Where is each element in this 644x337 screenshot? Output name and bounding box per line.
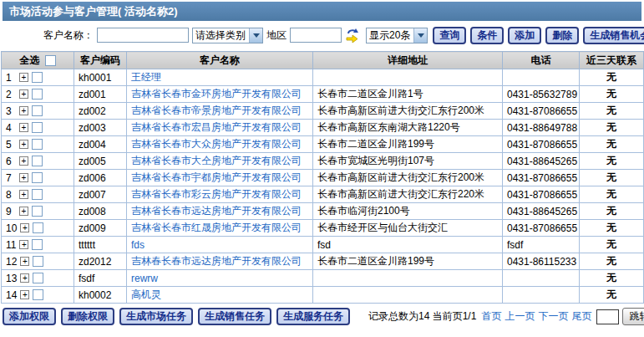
search-action-button[interactable]: 条件 — [470, 27, 504, 44]
recent-contact-status: 无 — [580, 170, 644, 186]
expand-icon[interactable]: + — [20, 257, 29, 266]
customer-phone — [503, 69, 580, 86]
row-checkbox[interactable] — [32, 139, 43, 150]
customer-name-link[interactable]: 吉林省长春市彩云房地产开发有限公司 — [131, 188, 302, 200]
expand-icon[interactable]: + — [19, 156, 28, 166]
category-select-value: 请选择类别 — [195, 28, 246, 43]
recent-contact-status: 无 — [580, 186, 644, 203]
customer-address: 长春市二道区金川路199号 — [313, 136, 503, 153]
row-number: 4 — [6, 122, 16, 134]
pagination-link[interactable]: 尾页 — [571, 309, 591, 324]
recent-contact-status: 无 — [580, 153, 644, 170]
customer-phone: fsdf — [503, 237, 580, 253]
table-row: 10 + zd009 吉林省长春市红晟房地产开发有限公司 长春市经开区与仙台大街… — [2, 220, 644, 237]
expand-icon[interactable]: + — [19, 207, 28, 216]
recent-contact-status: 无 — [580, 203, 644, 220]
row-number: 11 — [6, 239, 16, 251]
page-number-input[interactable] — [596, 309, 619, 324]
row-checkbox[interactable] — [33, 289, 43, 300]
customer-name-link[interactable]: 吉林省长春市红晟房地产开发有限公司 — [131, 222, 302, 233]
search-action-button[interactable]: 生成销售机会 — [583, 27, 644, 44]
customer-code: zd001 — [74, 86, 127, 103]
jump-button[interactable]: 跳转 — [622, 308, 644, 325]
search-action-button[interactable]: 删除 — [545, 27, 579, 44]
show-count-select-value: 显示20条 — [369, 28, 410, 43]
pagination-link[interactable]: 上一页 — [505, 309, 535, 324]
table-row: 7 + zd006 吉林省长春市宇都房地产开发有限公司 长春市高新区前进大街交汇… — [2, 170, 644, 186]
customer-name-label: 客户名称： — [43, 28, 94, 43]
chevron-down-icon — [249, 28, 262, 43]
region-input[interactable] — [290, 28, 342, 43]
customer-phone: 0431-88649788 — [503, 120, 580, 136]
expand-icon[interactable]: + — [19, 173, 28, 182]
row-checkbox[interactable] — [32, 239, 43, 250]
table-row: 1 + kh0001 王经理 无 — [2, 69, 644, 86]
footer-action-button[interactable]: 删除权限 — [61, 308, 114, 325]
expand-icon[interactable]: + — [19, 123, 28, 132]
customer-name-link[interactable]: 吉林省长春市大众房地产开发有限公司 — [131, 138, 302, 150]
customer-phone: 0431-88645265 — [503, 203, 580, 220]
region-picker-icon[interactable] — [345, 28, 359, 43]
customer-code: zd008 — [74, 203, 127, 220]
search-action-button[interactable]: 查询 — [433, 27, 466, 44]
expand-icon[interactable]: + — [20, 223, 29, 232]
row-checkbox[interactable] — [33, 256, 43, 267]
select-all-checkbox[interactable] — [45, 55, 56, 66]
customer-phone: 0431-85632789 — [503, 86, 580, 103]
expand-icon[interactable]: + — [20, 290, 29, 299]
customer-name-link[interactable]: 王经理 — [131, 71, 161, 83]
recent-contact-status: 无 — [580, 287, 644, 304]
expand-icon[interactable]: + — [19, 140, 28, 149]
row-checkbox[interactable] — [32, 172, 43, 183]
recent-contact-status: 无 — [580, 120, 644, 136]
customer-name-link[interactable]: 吉林春长春市远达房地产开发有限公司 — [131, 255, 302, 267]
expand-icon[interactable]: + — [19, 89, 28, 99]
customer-name-link[interactable]: 吉林省长春市宏昌房地产开发有限公司 — [131, 121, 302, 133]
customer-code: kh0002 — [74, 287, 127, 304]
header-recent-contact: 近三天联系 — [580, 52, 644, 69]
customer-address: fsd — [313, 237, 503, 253]
row-checkbox[interactable] — [32, 89, 43, 100]
expand-icon[interactable]: + — [19, 73, 28, 82]
customer-name-link[interactable]: 吉林省长春市帝景房地产开发有限公司 — [131, 105, 302, 116]
row-checkbox[interactable] — [32, 122, 43, 133]
customer-name-link[interactable]: 吉林省长春市宇都房地产开发有限公司 — [131, 171, 302, 183]
row-checkbox[interactable] — [32, 156, 43, 166]
customer-name-link[interactable]: fds — [131, 239, 145, 251]
customer-phone: 0431-87086655 — [503, 170, 580, 186]
show-count-select[interactable]: 显示20条 — [366, 28, 428, 43]
customer-address: 长春市二道区金川路199号 — [313, 253, 503, 270]
expand-icon[interactable]: + — [19, 106, 28, 115]
customer-name-link[interactable]: 高机灵 — [131, 288, 161, 300]
row-number: 9 — [6, 206, 16, 217]
pagination-link[interactable]: 首页 — [481, 309, 501, 324]
customer-name-link[interactable]: 吉林省长春市远达房地产开发有限公司 — [131, 205, 302, 217]
search-action-button[interactable]: 添加 — [508, 27, 541, 44]
row-checkbox[interactable] — [32, 189, 43, 200]
expand-icon[interactable]: + — [19, 240, 28, 249]
expand-icon[interactable]: + — [19, 190, 28, 199]
search-buttons: 查询条件添加删除生成销售机会销售机会 — [433, 27, 644, 44]
chevron-down-icon — [413, 28, 427, 43]
row-checkbox[interactable] — [33, 273, 43, 283]
customer-name-link[interactable]: rewrw — [131, 273, 158, 284]
footer-action-button[interactable]: 生成销售任务 — [198, 308, 271, 325]
expand-icon[interactable]: + — [20, 273, 29, 283]
footer-action-button[interactable]: 添加权限 — [3, 308, 56, 325]
customer-phone: 0431-87086655 — [503, 220, 580, 237]
customer-name-input[interactable] — [97, 28, 189, 43]
header-customer-name: 客户名称 — [127, 52, 313, 69]
footer-action-button[interactable]: 生成市场任务 — [119, 308, 193, 325]
row-checkbox[interactable] — [32, 72, 43, 83]
page-title: 市场活动参与客户管理( 活动名称2) — [3, 2, 641, 21]
customer-name-link[interactable]: 吉林省长春市金环房地产开发有限公司 — [131, 88, 302, 100]
row-checkbox[interactable] — [32, 105, 43, 116]
recent-contact-status: 无 — [580, 69, 644, 86]
row-checkbox[interactable] — [32, 206, 43, 217]
footer-bar: 添加权限删除权限生成市场任务生成销售任务生成服务任务 记录总数为14 当前页1/… — [0, 304, 644, 325]
footer-action-button[interactable]: 生成服务任务 — [276, 308, 350, 325]
row-checkbox[interactable] — [33, 222, 43, 233]
pagination-link[interactable]: 下一页 — [538, 309, 568, 324]
category-select[interactable]: 请选择类别 — [192, 28, 263, 43]
customer-name-link[interactable]: 吉林省长春市大仝房地产开发有限公司 — [131, 155, 302, 166]
